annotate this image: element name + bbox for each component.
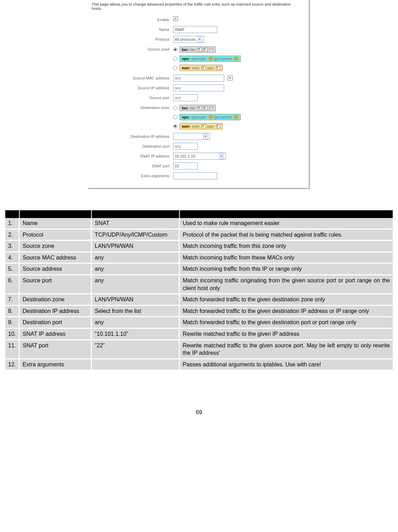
dest-zone-group: lan: lan: vpn: openvpn: gre tunnel: (173, 104, 302, 130)
page-number: 69 (5, 409, 393, 416)
source-ip-input[interactable] (173, 84, 224, 91)
dot-icon (234, 57, 238, 60)
snat-ip-value: 10.101.1.10 (175, 154, 195, 158)
zone-chip-vpn: vpn: openvpn: gre tunnel: (179, 56, 241, 62)
cell-field: Protocol (19, 229, 91, 241)
cell-explanation: Match incoming traffic originating from … (179, 275, 393, 294)
chevron-down-icon: ▾ (219, 153, 224, 159)
dest-zone-radio-wan[interactable] (173, 124, 177, 128)
zone-chip-lan: lan: lan: (179, 105, 216, 111)
th-field (19, 210, 91, 218)
chevron-down-icon: ▾ (197, 36, 202, 43)
cell-field: Source MAC address (19, 252, 91, 263)
source-port-input[interactable] (173, 94, 198, 101)
table-row: 8.Destination IP addressSelect from the … (5, 305, 393, 317)
source-zone-radio-vpn[interactable] (173, 57, 177, 61)
table-row: 1.NameSNATUsed to make rule management e… (5, 218, 393, 229)
table-row: 9.Destination portanyMatch forwarded tra… (5, 317, 393, 328)
cell-explanation: Match incoming traffic from this IP or r… (179, 263, 393, 275)
source-zone-radio-wan[interactable] (173, 66, 177, 70)
table-row: 5.Source addressanyMatch incoming traffi… (5, 263, 393, 275)
cell-value (91, 359, 179, 370)
source-zone-group: lan: lan: vpn: openvpn: gre tunnel: (173, 46, 302, 72)
cell-number: 8. (5, 305, 19, 317)
th-value (91, 210, 179, 218)
cell-number: 5. (5, 263, 19, 275)
cell-value: any (91, 263, 179, 275)
cell-explanation: Rewrite matched traffic to the given sou… (179, 340, 393, 359)
cell-value: “22” (91, 340, 179, 359)
label-protocol: Protocol (90, 36, 173, 43)
cell-explanation: Match incoming traffic from these MACs o… (179, 252, 393, 263)
table-row: 7.Destination zoneLAN/VPN/WANMatch forwa… (5, 294, 393, 306)
cell-field: SNAT IP address (19, 328, 91, 340)
table-header-row (5, 210, 393, 218)
cell-number: 1. (5, 218, 19, 229)
wifi-icon (209, 106, 213, 110)
host-icon (202, 124, 206, 128)
protocol-select-value: All protocols (175, 37, 196, 41)
cell-field: Extra arguments (19, 359, 91, 370)
cell-value: TCP/UDP/Any/ICMP/Custom (91, 229, 179, 241)
cell-value: LAN/VPN/WAN (91, 241, 179, 252)
label-snat-ip: SNAT IP address (90, 153, 173, 160)
add-icon[interactable]: + (228, 76, 233, 81)
label-source-mac: Source MAC address (90, 75, 173, 82)
source-zone-radio-lan[interactable] (173, 47, 177, 52)
label-dest-port: Destination port (90, 143, 173, 150)
field-explanation-table: 1.NameSNATUsed to make rule management e… (5, 210, 393, 371)
dot-icon (209, 115, 213, 119)
form-description: This page allows you to change advanced … (90, 2, 302, 15)
wifi-icon (209, 48, 213, 51)
cell-field: Source port (19, 275, 91, 294)
cell-explanation: Match incoming traffic from this zone on… (179, 241, 393, 252)
cell-field: Destination zone (19, 294, 91, 306)
dest-port-input[interactable] (173, 143, 198, 150)
table-row: 2.ProtocolTCP/UDP/Any/ICMP/CustomProtoco… (5, 229, 393, 241)
cell-explanation: Used to make rule management easier (179, 218, 393, 229)
protocol-select[interactable]: All protocols ▾ (173, 36, 204, 43)
cell-value: any (91, 252, 179, 263)
host-icon (203, 106, 208, 110)
host-icon (216, 66, 220, 70)
th-blank (5, 210, 19, 218)
label-snat-port: SNAT port (90, 162, 173, 169)
table-row: 6.Source portanyMatch incoming traffic o… (5, 275, 393, 294)
label-extra-args: Extra arguments (90, 172, 173, 179)
zone-chip-lan: lan: lan: (179, 46, 216, 53)
cell-value: LAN/VPN/WAN (91, 294, 179, 306)
source-mac-input[interactable] (173, 75, 224, 82)
traffic-rule-form: This page allows you to change advanced … (88, 0, 310, 189)
extra-args-input[interactable] (173, 172, 217, 179)
host-icon (216, 124, 220, 128)
label-source-port: Source port (90, 94, 173, 101)
zone-chip-wan: wan: wan: ppp: (179, 65, 223, 71)
snat-ip-select[interactable]: 10.101.1.10 ▾ (173, 153, 226, 160)
cell-number: 6. (5, 275, 19, 294)
cell-explanation: Protocol of the packet that is being mat… (179, 229, 393, 241)
cell-number: 2. (5, 229, 19, 241)
label-name: Name (90, 26, 173, 33)
cell-field: Source zone (19, 241, 91, 252)
cell-explanation: Match forwarded traffic to the given des… (179, 317, 393, 328)
table-row: 11.SNAT port“22”Rewrite matched traffic … (5, 340, 393, 359)
dest-zone-radio-vpn[interactable] (173, 115, 177, 119)
zone-chip-wan: wan: wan: ppp: (179, 123, 223, 129)
cell-explanation: Rewrite matched traffic to the given IP … (179, 328, 393, 340)
zone-chip-vpn: vpn: openvpn: gre tunnel: (179, 114, 241, 120)
cell-field: Destination port (19, 317, 91, 328)
dest-ip-select[interactable]: ▾ (173, 133, 210, 140)
cell-number: 9. (5, 317, 19, 328)
cell-number: 3. (5, 241, 19, 252)
cell-value: SNAT (91, 218, 179, 229)
dest-zone-radio-lan[interactable] (173, 106, 177, 110)
label-source-zone: Source zone (90, 46, 173, 53)
table-row: 10.SNAT IP address“10.101.1.10”Rewrite m… (5, 328, 393, 340)
name-input[interactable] (173, 26, 217, 33)
enable-checkbox[interactable]: ✓ (173, 16, 178, 21)
snat-port-input[interactable] (173, 162, 198, 169)
table-row: 4.Source MAC addressanyMatch incoming tr… (5, 252, 393, 263)
cell-number: 7. (5, 294, 19, 306)
label-dest-zone: Destination zone (90, 104, 173, 111)
cell-value: any (91, 317, 179, 328)
